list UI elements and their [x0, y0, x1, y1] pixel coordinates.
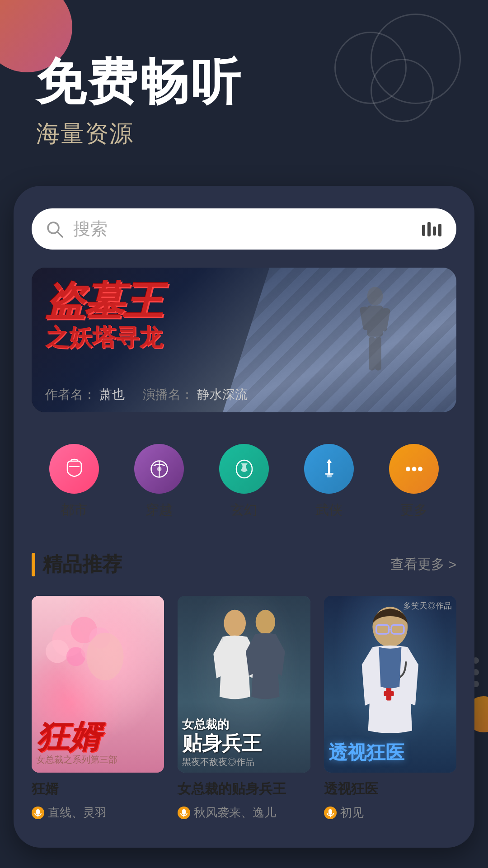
xuanhuan-label: 玄幻 [230, 501, 258, 519]
search-bar[interactable]: 搜索 [32, 208, 456, 250]
category-xuanhuan[interactable]: 玄幻 [219, 444, 269, 519]
author-value: 萧也 [99, 387, 125, 401]
xuanhuan-icon [219, 444, 269, 494]
svg-rect-2 [422, 225, 425, 236]
svg-marker-16 [327, 459, 332, 463]
section-title-wrap: 精品推荐 [32, 551, 122, 578]
book-cover-3: 多笑天◎作品 透视狂医 [324, 596, 456, 773]
app-card: 搜索 盗墓王 之妖塔寻龙 [14, 186, 474, 848]
svg-line-1 [57, 232, 62, 237]
search-input[interactable]: 搜索 [73, 217, 420, 241]
svg-point-19 [406, 467, 410, 471]
svg-rect-35 [182, 809, 186, 815]
mic-icon-3 [324, 807, 337, 819]
mic-icon-1 [32, 807, 44, 819]
book-name-3: 透视狂医 [324, 780, 456, 797]
hero-title: 免费畅听 [36, 54, 452, 109]
svg-point-32 [224, 609, 246, 637]
categories-row: 都市 穿越 玄幻 [32, 435, 456, 528]
svg-rect-4 [433, 226, 436, 236]
category-chuanyue[interactable]: 穿越 [134, 444, 184, 519]
svg-rect-30 [36, 809, 40, 815]
author-text-1: 直线、灵羽 [48, 805, 107, 821]
chuanyue-icon [134, 444, 184, 494]
search-icon [45, 220, 64, 239]
banner-title-area: 盗墓王 之妖塔寻龙 [45, 281, 279, 351]
author-text-3: 初见 [340, 805, 364, 821]
svg-point-33 [256, 609, 275, 634]
banner-narrator: 演播名： 静水深流 [143, 386, 248, 403]
author-text-2: 秋风袭来、逸儿 [194, 805, 276, 821]
book-author-2: 秋风袭来、逸儿 [178, 805, 310, 821]
svg-point-20 [412, 467, 416, 471]
hero-section: 免费畅听 海量资源 [0, 0, 488, 177]
book-author-1: 直线、灵羽 [32, 805, 164, 821]
svg-rect-5 [438, 224, 441, 236]
wuxia-label: 武侠 [315, 501, 343, 519]
svg-rect-11 [375, 337, 381, 371]
book-name-2: 女总裁的贴身兵王 [178, 780, 310, 797]
category-dushi[interactable]: 都市 [49, 444, 99, 519]
svg-point-24 [46, 640, 69, 663]
book-cover-1: 狂婿 女总裁之系列第三部 [32, 596, 164, 773]
book-author-3: 初见 [324, 805, 456, 821]
author-label: 作者名： [45, 387, 96, 401]
chevron-right-icon: > [448, 557, 456, 572]
narrator-value: 静水深流 [197, 387, 248, 401]
svg-point-21 [418, 467, 422, 471]
svg-rect-43 [384, 691, 394, 696]
book-item-nuzongcai[interactable]: 女总裁的 贴身兵王 黑夜不敌夜◎作品 女总裁的贴身兵王 秋风袭来、逸儿 [178, 596, 310, 821]
banner-meta: 作者名： 萧也 演播名： 静水深流 [45, 386, 443, 403]
svg-rect-18 [327, 475, 332, 477]
see-more-text: 查看更多 [390, 555, 445, 574]
svg-rect-3 [427, 222, 431, 236]
section-header: 精品推荐 查看更多 > [32, 551, 456, 578]
dushi-label: 都市 [61, 501, 88, 519]
banner-author: 作者名： 萧也 [45, 386, 125, 403]
narrator-label: 演播名： [143, 387, 193, 401]
banner-subtitle: 之妖塔寻龙 [45, 323, 279, 351]
see-more-button[interactable]: 查看更多 > [390, 555, 456, 574]
svg-point-14 [157, 467, 161, 471]
svg-point-6 [367, 287, 383, 305]
banner[interactable]: 盗墓王 之妖塔寻龙 作者名： 萧也 演播名： 静水深流 [32, 268, 456, 412]
section-title: 精品推荐 [42, 551, 122, 578]
hero-subtitle: 海量资源 [36, 118, 452, 150]
mic-icon-2 [178, 807, 190, 819]
svg-point-28 [86, 632, 123, 680]
book-name-1: 狂婿 [32, 780, 164, 797]
category-more[interactable]: 更多 [389, 444, 439, 519]
dushi-icon [49, 444, 99, 494]
more-label: 更多 [400, 501, 427, 519]
svg-rect-17 [325, 473, 333, 475]
chuanyue-label: 穿越 [145, 501, 173, 519]
book-item-toushi[interactable]: 多笑天◎作品 透视狂医 透视狂医 初见 [324, 596, 456, 821]
book-item-kuangjian[interactable]: 狂婿 女总裁之系列第三部 狂婿 直线、灵羽 [32, 596, 164, 821]
svg-rect-45 [328, 809, 332, 815]
category-wuxia[interactable]: 武侠 [304, 444, 354, 519]
section-indicator [32, 553, 35, 576]
svg-rect-10 [369, 337, 375, 371]
book-cover-2: 女总裁的 贴身兵王 黑夜不敌夜◎作品 [178, 596, 310, 773]
more-icon [389, 444, 439, 494]
wuxia-icon [304, 444, 354, 494]
book-grid: 狂婿 女总裁之系列第三部 狂婿 直线、灵羽 [32, 596, 456, 821]
banner-main-title: 盗墓王 [45, 281, 279, 321]
equalizer-icon[interactable] [420, 220, 443, 238]
